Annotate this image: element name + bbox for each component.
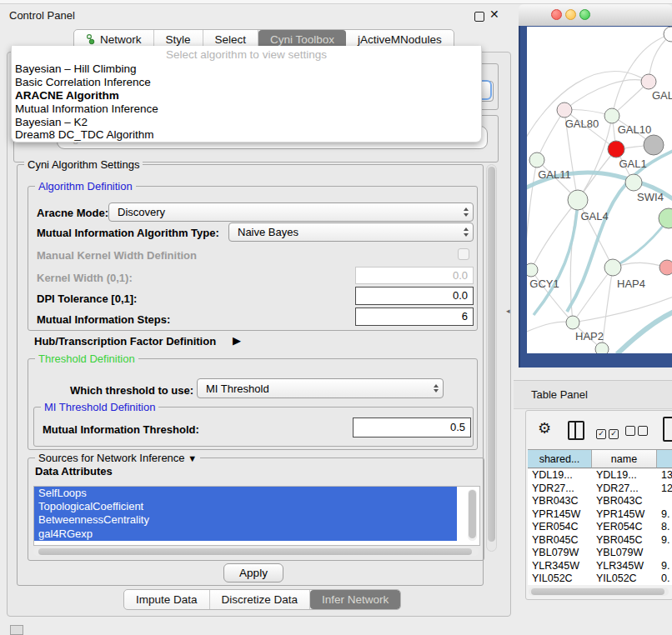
table-row[interactable]: YDR27...YDR27...12 (528, 482, 672, 496)
tab-label: jActiveMNodules (358, 33, 442, 46)
table-row[interactable]: YDL19...YDL19...13 (528, 469, 672, 482)
network-node[interactable] (595, 342, 609, 353)
network-edge-highlighted (613, 218, 669, 268)
network-node-gal1[interactable] (608, 141, 624, 158)
stepper-arrows-icon[interactable] (459, 228, 473, 237)
tab-impute-data[interactable]: Impute Data (124, 590, 210, 609)
cyni-bottom-tabbar: Impute DataDiscretize DataInfer Network (123, 589, 401, 610)
table-cell: YPR145W (592, 508, 657, 522)
table-row[interactable]: YBR045CYBR045C9. (528, 534, 672, 548)
mi-steps-field[interactable]: 6 (355, 308, 474, 326)
network-node[interactable] (659, 208, 672, 228)
algorithm-option-bayesian-k2[interactable]: Bayesian – K2 (12, 116, 481, 129)
kernel-width-field[interactable]: 0.0 (355, 267, 474, 284)
manual-kernel-width-checkbox[interactable] (458, 248, 469, 260)
table-horizontal-scrollbar[interactable] (529, 588, 669, 596)
attributes-horizontal-scrollbar[interactable] (33, 548, 479, 556)
attributes-vertical-scrollbar[interactable] (468, 489, 477, 541)
stepper-arrows-icon[interactable] (459, 208, 473, 217)
sources-group: Sources for Network Inference ▼ Data Att… (28, 458, 484, 561)
algorithm-definition-title: Algorithm Definition (35, 180, 136, 192)
mi-threshold-label: Mutual Information Threshold: (43, 423, 199, 436)
cyni-algorithm-settings-group: Cyni Algorithm Settings Algorithm Defini… (17, 164, 484, 586)
deselect-all-checkboxes-icon[interactable] (625, 426, 650, 438)
close-panel-icon[interactable]: ✕ (489, 8, 499, 21)
network-node[interactable] (664, 27, 672, 42)
network-node-swi4[interactable] (625, 174, 642, 191)
select-all-checkboxes-icon[interactable]: ✓✓ (596, 426, 621, 439)
threshold-definition-title: Threshold Definition (35, 352, 138, 365)
network-node[interactable] (644, 135, 664, 155)
node-label: GCY1 (529, 278, 559, 290)
mi-threshold-field[interactable]: 0.5 (353, 418, 471, 438)
attribute-item-gal4rgexp[interactable]: gal4RGexp (34, 528, 457, 541)
close-window-icon[interactable] (551, 9, 562, 20)
network-node-gal10[interactable] (604, 108, 619, 123)
network-node-gal[interactable] (641, 74, 656, 89)
mi-algorithm-type-combobox[interactable]: Naive Bayes (228, 222, 474, 242)
which-threshold-combobox[interactable]: MI Threshold (197, 378, 444, 398)
attribute-item-betweennesscentrality[interactable]: BetweennessCentrality (34, 513, 457, 527)
table-row[interactable]: YLR345WYLR345W9. (528, 560, 672, 573)
network-window-titlebar[interactable] (519, 4, 672, 27)
table-row[interactable]: YBL079WYBL079W (528, 547, 672, 560)
table-row[interactable]: YBR043CYBR043C (528, 495, 672, 508)
document-icon[interactable] (663, 417, 672, 442)
node-label: GAL (652, 89, 672, 102)
mi-algorithm-type-value: Naive Bayes (229, 226, 459, 238)
network-tab-icon (86, 34, 96, 45)
table-row[interactable]: YER054CYER054C8. (528, 521, 672, 534)
algorithm-option-aracne-algorithm[interactable]: ARACNE Algorithm (12, 89, 481, 102)
algorithm-option-bayesian-hill-climbing[interactable]: Bayesian – Hill Climbing (12, 62, 481, 76)
collapse-down-arrow-icon[interactable]: ▼ (188, 453, 197, 463)
table-cell: YBR043C (592, 495, 657, 508)
aracne-mode-combobox[interactable]: Discovery (108, 202, 474, 222)
table-cell: YBR045C (528, 534, 592, 548)
algorithm-option-mutual-information-inference[interactable]: Mutual Information Inference (12, 102, 481, 116)
panel-splitter-arrow-icon[interactable]: ◂ (506, 307, 510, 315)
tab-infer-network[interactable]: Infer Network (310, 590, 400, 609)
algorithm-option-basic-correlation-inference[interactable]: Basic Correlation Inference (12, 76, 481, 89)
attribute-item-selfloops[interactable]: SelfLoops (34, 487, 457, 500)
dock-corner-button[interactable] (10, 625, 23, 635)
threshold-definition-group: Threshold Definition Which threshold to … (28, 358, 478, 450)
float-panel-icon[interactable] (474, 12, 484, 22)
settings-group-title: Cyni Algorithm Settings (24, 158, 143, 171)
node-attribute-table[interactable]: shared...nameYDL19...YDL19...13YDR27...Y… (528, 449, 672, 585)
network-node-gcy1[interactable] (527, 263, 538, 277)
column-header-name[interactable]: name (592, 450, 657, 468)
column-header-shared[interactable]: shared... (528, 450, 592, 468)
network-node-y[interactable] (659, 260, 672, 275)
mi-steps-label: Mutual Information Steps: (37, 313, 170, 326)
data-attributes-list[interactable]: SelfLoopsTopologicalCoefficientBetweenne… (33, 486, 480, 546)
table-row[interactable]: YPR145WYPR145W9. (528, 508, 672, 522)
table-cell (657, 547, 672, 560)
node-label: HAP4 (617, 278, 645, 290)
stepper-arrows-icon[interactable] (429, 384, 443, 393)
network-node-gal4[interactable] (568, 190, 588, 210)
dpi-tolerance-field[interactable]: 0.0 (355, 287, 474, 305)
node-label: GAL10 (618, 123, 651, 136)
network-canvas[interactable]: GALGAL80GAL10GAL1GAL11SWI4GAL4GCY1HAP4YH… (527, 27, 672, 353)
algorithm-option-dream8-dc-tdc-algorithm[interactable]: Dream8 DC_TDC Algorithm (12, 128, 481, 142)
algorithm-dropdown-popup: Select algorithm to view settings Bayesi… (11, 46, 482, 142)
settings-vertical-scrollbar[interactable] (486, 164, 497, 552)
network-node-gal11[interactable] (529, 152, 544, 168)
zoom-window-icon[interactable] (579, 9, 590, 20)
table-cell: YPR145W (528, 508, 592, 522)
network-node-gal80[interactable] (557, 102, 572, 118)
column-header-col2[interactable] (657, 450, 672, 468)
network-edge (612, 34, 671, 116)
apply-button[interactable]: Apply (223, 563, 283, 582)
network-node-hap4[interactable] (604, 259, 621, 276)
gear-icon[interactable]: ⚙ (538, 419, 551, 438)
table-cell: 8. (657, 521, 672, 534)
minimize-window-icon[interactable] (565, 9, 576, 20)
table-cell: YDL19... (592, 469, 657, 482)
network-node-hap2[interactable] (566, 316, 579, 329)
table-row[interactable]: YIL052CYIL052C0. (528, 572, 672, 585)
columns-icon[interactable] (568, 421, 584, 440)
expand-right-arrow-icon[interactable]: ▶ (233, 334, 241, 347)
tab-discretize-data[interactable]: Discretize Data (210, 590, 311, 609)
attribute-item-topologicalcoefficient[interactable]: TopologicalCoefficient (34, 500, 457, 513)
